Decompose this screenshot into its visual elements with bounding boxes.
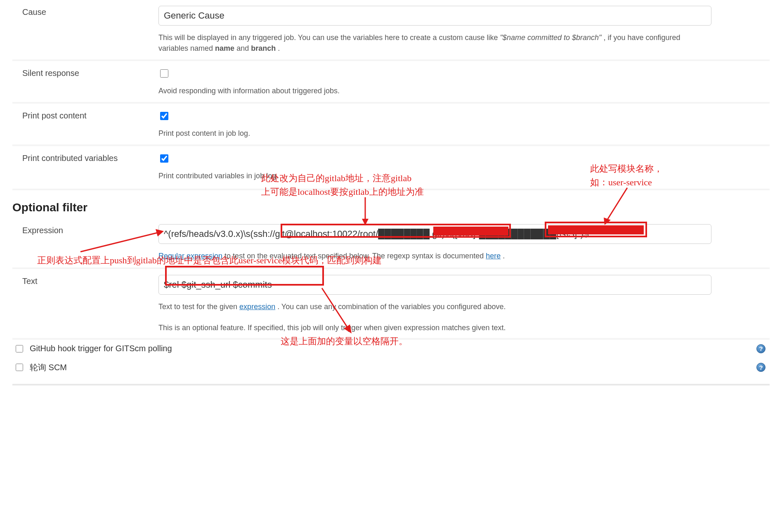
- print-vars-help: Print contributed variables in job log.: [158, 170, 711, 181]
- expression-help-link-regex[interactable]: Regular expression: [158, 252, 222, 260]
- github-hook-label: GitHub hook trigger for GITScm polling: [30, 344, 172, 353]
- expression-help: Regular expression to test on the evalua…: [158, 251, 711, 261]
- row-print-vars: Print contributed variables Print contri…: [12, 146, 770, 187]
- expression-input[interactable]: [158, 224, 711, 244]
- expression-help-mid: to test on the evaluated text specified …: [224, 252, 486, 260]
- expression-label: Expression: [22, 224, 158, 235]
- row-silent: Silent response Avoid responding with in…: [12, 61, 770, 104]
- cause-help-em: "$name committed to $branch": [500, 33, 601, 42]
- optional-note: This is an optional feature. If specifie…: [12, 318, 770, 340]
- silent-help: Avoid responding with information about …: [158, 85, 711, 96]
- text-help-pre: Text to test for the given: [158, 303, 239, 311]
- text-help: Text to test for the given expression . …: [158, 301, 711, 312]
- print-post-label: Print post content: [22, 109, 158, 121]
- help-icon[interactable]: ?: [756, 363, 765, 372]
- print-post-help: Print post content in job log.: [158, 128, 711, 139]
- row-poll-scm: 轮询 SCM ?: [12, 358, 770, 377]
- cause-help-b2: branch: [251, 44, 276, 52]
- row-cause: Cause This will be displayed in any trig…: [12, 0, 770, 61]
- expression-help-end: .: [503, 252, 505, 260]
- poll-scm-checkbox[interactable]: [16, 364, 23, 371]
- cause-input[interactable]: [158, 6, 711, 26]
- cause-label: Cause: [22, 6, 158, 17]
- help-icon[interactable]: ?: [756, 344, 765, 353]
- text-help-post: . You can use any combination of the var…: [277, 303, 506, 311]
- row-expression: Expression Regular expression to test on…: [12, 218, 770, 269]
- cause-help-end: .: [278, 44, 280, 52]
- cause-help-and: and: [236, 44, 251, 52]
- bottom-separator: [12, 384, 770, 385]
- silent-checkbox[interactable]: [160, 69, 168, 78]
- print-vars-checkbox[interactable]: [160, 154, 168, 163]
- expression-help-link-here[interactable]: here: [486, 252, 501, 260]
- silent-label: Silent response: [22, 67, 158, 78]
- section-title: Optional filter: [12, 190, 770, 218]
- print-vars-label: Print contributed variables: [22, 152, 158, 163]
- row-github-hook: GitHub hook trigger for GITScm polling ?: [12, 340, 770, 358]
- row-print-post: Print post content Print post content in…: [12, 104, 770, 146]
- cause-help-b1: name: [215, 44, 234, 52]
- text-help-link-expression[interactable]: expression: [239, 303, 275, 311]
- print-post-checkbox[interactable]: [160, 112, 168, 120]
- github-hook-checkbox[interactable]: [16, 345, 23, 352]
- cause-help: This will be displayed in any triggered …: [158, 32, 711, 54]
- row-text: Text Text to test for the given expressi…: [12, 269, 770, 318]
- poll-scm-label: 轮询 SCM: [30, 362, 67, 373]
- cause-help-prefix: This will be displayed in any triggered …: [158, 33, 500, 42]
- text-label: Text: [22, 275, 158, 286]
- section-optional-filter: Optional filter Expression Regular expre…: [12, 189, 770, 339]
- text-input[interactable]: [158, 275, 711, 295]
